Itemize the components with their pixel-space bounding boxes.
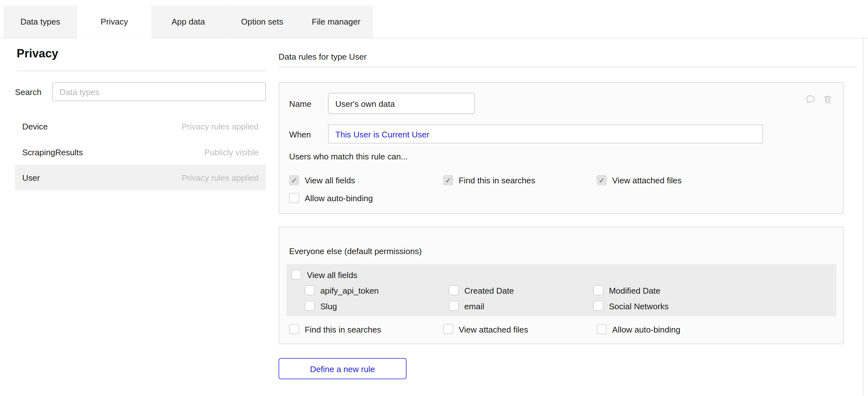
checkbox-default-allow-auto-binding[interactable]: Allow auto-binding	[597, 324, 681, 334]
checkbox-field-modified-date[interactable]: Modified Date	[593, 285, 669, 295]
fields-grid: apify_api_token Created Date Modified Da…	[305, 285, 669, 311]
trash-icon[interactable]	[823, 94, 833, 104]
checkbox-label: Find this in searches	[459, 175, 535, 185]
checkbox-field-email[interactable]: email	[449, 301, 593, 310]
checkbox[interactable]	[305, 285, 315, 295]
checkbox[interactable]	[305, 301, 315, 310]
tab-file-manager[interactable]: File manager	[299, 5, 373, 38]
data-type-list: Device Privacy rules applied ScrapingRes…	[15, 114, 266, 190]
search-label: Search	[15, 87, 52, 97]
name-label: Name	[289, 99, 328, 109]
checkbox[interactable]	[597, 324, 607, 334]
checkbox-label: Social Networks	[609, 301, 669, 310]
checkbox-label: View attached files	[612, 175, 682, 185]
status-badge: Privacy rules applied	[181, 173, 258, 182]
when-condition-input[interactable]: This User is Current User	[328, 125, 763, 144]
checkbox-label: View all fields	[305, 175, 355, 185]
tab-option-sets[interactable]: Option sets	[225, 5, 299, 38]
checkbox-label: apify_api_token	[320, 285, 378, 295]
default-permissions-card: Everyone else (default permissions) View…	[279, 227, 844, 344]
list-item-device[interactable]: Device Privacy rules applied	[15, 114, 266, 139]
type-name: ScrapingResults	[22, 147, 83, 157]
list-item-user[interactable]: User Privacy rules applied	[15, 164, 266, 190]
checkbox-label: email	[464, 301, 485, 310]
checkbox-field-created-date[interactable]: Created Date	[449, 285, 593, 295]
checkbox-label: Find this in searches	[305, 324, 381, 334]
checkbox-field-apify-api-token[interactable]: apify_api_token	[305, 285, 449, 295]
rule-name-input[interactable]	[328, 93, 475, 114]
checkbox-field-slug[interactable]: Slug	[305, 301, 449, 310]
checkbox[interactable]	[593, 285, 603, 295]
tab-bar: Data types Privacy App data Option sets …	[3, 5, 373, 38]
when-condition-value: This User is Current User	[335, 129, 429, 139]
checkbox-label: Allow auto-binding	[612, 324, 681, 334]
checkbox[interactable]	[289, 324, 299, 334]
comment-icon[interactable]	[805, 94, 816, 104]
status-badge: Publicly visible	[205, 147, 259, 157]
checkbox[interactable]	[449, 301, 459, 310]
fields-block: View all fields apify_api_token Created …	[286, 264, 836, 316]
checkbox-allow-auto-binding[interactable]: Allow auto-binding	[289, 193, 373, 203]
view-all-fields-row: View all fields	[291, 270, 358, 280]
checkbox-view-all-fields[interactable]: View all fields	[289, 175, 443, 185]
match-rule-text: Users who match this rule can...	[289, 152, 408, 161]
rule-permissions-row: View all fields Find this in searches Vi…	[289, 175, 682, 185]
checkbox[interactable]	[289, 175, 299, 185]
checkbox-label: View all fields	[307, 270, 358, 280]
checkbox-label: Slug	[320, 301, 337, 310]
content-divider	[279, 67, 857, 67]
checkbox-find-in-searches[interactable]: Find this in searches	[443, 175, 597, 185]
checkbox-default-find-in-searches[interactable]: Find this in searches	[289, 324, 443, 334]
define-new-rule-button[interactable]: Define a new rule	[279, 358, 407, 379]
checkbox[interactable]	[443, 324, 453, 334]
search-row: Search	[15, 82, 266, 101]
checkbox-label: Modified Date	[609, 285, 660, 295]
when-label: When	[289, 129, 328, 139]
checkbox[interactable]	[593, 301, 603, 310]
checkbox[interactable]	[597, 175, 607, 185]
checkbox[interactable]	[449, 285, 459, 295]
type-name: Device	[22, 121, 48, 131]
rule-permissions-row-2: Allow auto-binding	[289, 193, 373, 203]
tab-app-data[interactable]: App data	[151, 5, 225, 38]
checkbox[interactable]	[291, 270, 301, 280]
rule-card-actions	[805, 94, 833, 104]
checkbox[interactable]	[289, 193, 299, 203]
checkbox-default-view-all-fields[interactable]: View all fields	[291, 270, 358, 280]
page-title: Privacy	[17, 47, 58, 60]
tab-privacy[interactable]: Privacy	[77, 5, 151, 38]
status-badge: Privacy rules applied	[181, 121, 258, 131]
content-title: Data rules for type User	[279, 52, 367, 61]
type-name: User	[22, 173, 40, 182]
privacy-settings-page: Data types Privacy App data Option sets …	[0, 0, 868, 396]
checkbox[interactable]	[443, 175, 453, 185]
rule-card: Name When This User is Current User User…	[279, 82, 844, 214]
sidebar-divider	[17, 70, 266, 71]
list-item-scrapingresults[interactable]: ScrapingResults Publicly visible	[15, 139, 266, 164]
checkbox-label: Created Date	[464, 285, 514, 295]
scrollbar[interactable]	[863, 38, 864, 396]
checkbox-label: View attached files	[459, 324, 528, 334]
name-row: Name	[289, 93, 475, 114]
tab-data-types[interactable]: Data types	[3, 5, 77, 38]
checkbox-field-social-networks[interactable]: Social Networks	[593, 301, 669, 310]
default-permissions-title: Everyone else (default permissions)	[289, 246, 422, 256]
checkbox-view-attached-files[interactable]: View attached files	[597, 175, 681, 185]
checkbox-label: Allow auto-binding	[305, 193, 373, 203]
default-permissions-row: Find this in searches View attached file…	[289, 324, 681, 334]
search-input[interactable]	[52, 82, 266, 101]
checkbox-default-view-attached-files[interactable]: View attached files	[443, 324, 597, 334]
when-row: When This User is Current User	[289, 125, 763, 144]
